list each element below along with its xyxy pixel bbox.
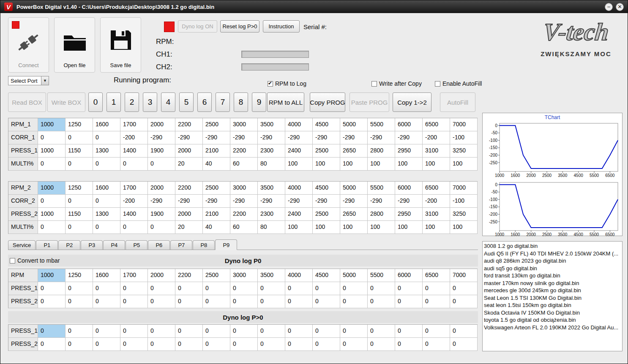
value-cell[interactable]: 1000 [38, 208, 66, 221]
autofill-button[interactable]: AutoFill [440, 92, 475, 112]
value-cell[interactable]: 40 [203, 221, 230, 234]
value-cell[interactable]: 0 [340, 282, 368, 295]
value-cell[interactable]: 40 [203, 158, 230, 171]
value-cell[interactable]: 0 [423, 338, 450, 351]
value-cell[interactable]: -290 [340, 195, 368, 208]
digit-button-1[interactable]: 1 [106, 92, 121, 112]
value-cell[interactable]: 5000 [340, 118, 368, 131]
save-file-button[interactable]: Save file [100, 17, 141, 73]
tab-p3[interactable]: P3 [81, 240, 103, 250]
value-cell[interactable]: 20 [175, 158, 203, 171]
value-cell[interactable]: -200 [423, 195, 450, 208]
value-cell[interactable]: 0 [230, 338, 258, 351]
value-cell[interactable]: 0 [38, 295, 66, 308]
file-item[interactable]: 3008 1.2 go digital.bin [483, 242, 622, 250]
value-cell[interactable]: 0 [93, 325, 120, 338]
value-cell[interactable]: 0 [340, 338, 368, 351]
tab-p8[interactable]: P8 [193, 240, 215, 250]
value-cell[interactable]: 2000 [148, 182, 175, 195]
select-port-dropdown[interactable]: Select Port ▼ [8, 76, 49, 85]
value-cell[interactable]: 5000 [340, 269, 368, 282]
value-cell[interactable]: 0 [148, 295, 175, 308]
file-item[interactable]: toyota 1.5 go digital od obciążenia.bin [483, 316, 622, 324]
value-cell[interactable]: 0 [450, 282, 478, 295]
value-cell[interactable]: -290 [230, 131, 258, 144]
value-cell[interactable]: 0 [175, 338, 203, 351]
digit-button-4[interactable]: 4 [161, 92, 175, 112]
file-item[interactable]: mercedes gle 300d 245km go digital.bin [483, 287, 622, 294]
value-cell[interactable]: 4500 [313, 182, 340, 195]
value-cell[interactable]: 1150 [66, 144, 93, 158]
value-cell[interactable]: 6500 [423, 182, 450, 195]
digit-button-5[interactable]: 5 [179, 92, 194, 112]
value-cell[interactable]: 20 [175, 221, 203, 234]
file-item[interactable]: master 170km nowy silnik go digital.bin [483, 280, 622, 287]
value-cell[interactable]: 0 [66, 195, 93, 208]
value-cell[interactable]: 6500 [423, 118, 450, 131]
value-cell[interactable]: 2300 [258, 208, 285, 221]
value-cell[interactable]: -100 [450, 131, 478, 144]
value-cell[interactable]: 1700 [120, 118, 148, 131]
value-cell[interactable]: 3500 [258, 118, 285, 131]
value-cell[interactable]: 2100 [203, 144, 230, 158]
value-cell[interactable]: 3250 [450, 208, 478, 221]
value-cell[interactable]: 0 [285, 282, 313, 295]
value-cell[interactable]: -290 [285, 195, 313, 208]
value-cell[interactable]: 0 [230, 325, 258, 338]
value-cell[interactable]: 1250 [66, 269, 93, 282]
value-cell[interactable]: 2500 [203, 182, 230, 195]
value-cell[interactable]: 80 [258, 158, 285, 171]
value-cell[interactable]: 0 [313, 338, 340, 351]
value-cell[interactable]: 100 [285, 221, 313, 234]
value-cell[interactable]: -290 [175, 131, 203, 144]
value-cell[interactable]: 2200 [175, 118, 203, 131]
value-cell[interactable]: 0 [66, 295, 93, 308]
value-cell[interactable]: 5500 [368, 269, 395, 282]
value-cell[interactable]: -200 [423, 131, 450, 144]
value-cell[interactable]: 2400 [285, 144, 313, 158]
value-cell[interactable]: 2400 [285, 208, 313, 221]
value-cell[interactable]: 0 [120, 325, 148, 338]
value-cell[interactable]: 0 [175, 282, 203, 295]
write-after-copy-checkbox[interactable]: Write after Copy [371, 80, 422, 87]
digit-button-7[interactable]: 7 [216, 92, 230, 112]
value-cell[interactable]: 0 [340, 295, 368, 308]
value-cell[interactable]: 0 [395, 325, 423, 338]
value-cell[interactable]: 6000 [395, 118, 423, 131]
value-cell[interactable]: 3250 [450, 144, 478, 158]
digit-button-6[interactable]: 6 [197, 92, 212, 112]
value-cell[interactable]: 1700 [120, 182, 148, 195]
digit-button-8[interactable]: 8 [234, 92, 248, 112]
value-cell[interactable]: 0 [175, 295, 203, 308]
value-cell[interactable]: 1400 [120, 208, 148, 221]
tab-p7[interactable]: P7 [170, 240, 192, 250]
value-cell[interactable]: 0 [148, 338, 175, 351]
value-cell[interactable]: 80 [258, 221, 285, 234]
value-cell[interactable]: 2200 [175, 269, 203, 282]
file-item[interactable]: Volkswagen Arteon FL 2.0 190KM 2022 Go D… [483, 324, 622, 331]
value-cell[interactable]: 2650 [340, 208, 368, 221]
value-cell[interactable]: 0 [120, 295, 148, 308]
value-cell[interactable]: 2300 [258, 144, 285, 158]
value-cell[interactable]: 0 [395, 282, 423, 295]
value-cell[interactable]: 2100 [203, 208, 230, 221]
value-cell[interactable]: 100 [423, 158, 450, 171]
value-cell[interactable]: 0 [93, 282, 120, 295]
reset-log-button[interactable]: Reset log P>0 [220, 20, 259, 33]
value-cell[interactable]: 3500 [258, 269, 285, 282]
convert-to-mbar-checkbox[interactable]: Convert to mbar [10, 257, 60, 264]
value-cell[interactable]: -290 [368, 195, 395, 208]
value-cell[interactable]: 0 [120, 282, 148, 295]
value-cell[interactable]: 3500 [258, 182, 285, 195]
value-cell[interactable]: 0 [203, 282, 230, 295]
value-cell[interactable]: 0 [423, 295, 450, 308]
value-cell[interactable]: 0 [93, 131, 120, 144]
value-cell[interactable]: 0 [313, 295, 340, 308]
value-cell[interactable]: 0 [38, 195, 66, 208]
file-item[interactable]: audi q8 286km 2023 go digital.bin [483, 257, 622, 265]
value-cell[interactable]: 100 [340, 221, 368, 234]
value-cell[interactable]: 0 [148, 325, 175, 338]
value-cell[interactable]: -290 [175, 195, 203, 208]
value-cell[interactable]: 0 [258, 295, 285, 308]
value-cell[interactable]: 2500 [313, 144, 340, 158]
